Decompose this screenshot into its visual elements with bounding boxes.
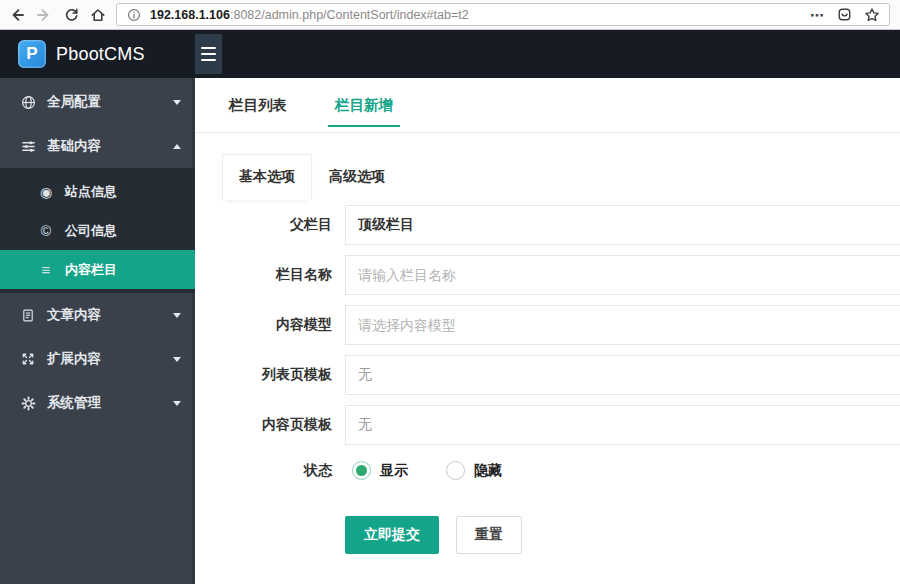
info-icon[interactable] bbox=[125, 6, 143, 24]
reload-icon[interactable] bbox=[62, 6, 80, 24]
tab-column-list[interactable]: 栏目列表 bbox=[222, 78, 294, 132]
sidebar-item-label: 全局配置 bbox=[47, 93, 101, 111]
sidebar: 全局配置 基础内容 ◉ 站点信息 © 公司信息 ≡ 内容栏目 bbox=[0, 78, 195, 584]
status-radio-group: 显示 隐藏 bbox=[345, 461, 502, 480]
form-row-column-name: 栏目名称 bbox=[195, 255, 900, 295]
sidebar-item-content-columns[interactable]: ≡ 内容栏目 bbox=[0, 250, 195, 289]
url-text: 192.168.1.106:8082/admin.php/ContentSort… bbox=[150, 8, 803, 22]
status-radio-show[interactable]: 显示 bbox=[352, 461, 408, 480]
tab-column-add[interactable]: 栏目新增 bbox=[328, 78, 400, 132]
content-template-select[interactable] bbox=[345, 405, 900, 445]
sidebar-item-basic-content[interactable]: 基础内容 bbox=[0, 124, 195, 168]
sidebar-toggle-button[interactable] bbox=[195, 34, 222, 74]
content-template-label: 内容页模板 bbox=[195, 416, 345, 434]
column-add-form: 父栏目 栏目名称 内容模型 列表页模板 内容页模板 状态 bbox=[195, 205, 900, 554]
sliders-icon bbox=[20, 139, 36, 154]
gear-icon bbox=[20, 396, 36, 411]
pbootcms-logo-icon: P bbox=[18, 40, 46, 68]
chevron-down-icon bbox=[173, 100, 181, 105]
subtab-basic-options[interactable]: 基本选项 bbox=[222, 154, 312, 200]
brand-area: P PbootCMS bbox=[0, 30, 195, 78]
form-row-parent-column: 父栏目 bbox=[195, 205, 900, 245]
radio-selected-icon bbox=[352, 461, 371, 480]
browser-toolbar: 192.168.1.106:8082/admin.php/ContentSort… bbox=[0, 0, 900, 30]
brand-name: PbootCMS bbox=[56, 44, 145, 65]
form-subtabs: 基本选项 高级选项 bbox=[222, 154, 900, 200]
subtab-advanced-options[interactable]: 高级选项 bbox=[312, 154, 402, 200]
extend-icon bbox=[20, 352, 36, 366]
sidebar-item-label: 站点信息 bbox=[65, 183, 117, 201]
reset-button[interactable]: 重置 bbox=[456, 516, 522, 554]
status-radio-hide[interactable]: 隐藏 bbox=[446, 461, 502, 480]
sidebar-item-article-content[interactable]: 文章内容 bbox=[0, 293, 195, 337]
radio-label: 显示 bbox=[380, 462, 408, 480]
status-label: 状态 bbox=[195, 462, 345, 480]
parent-column-label: 父栏目 bbox=[195, 216, 345, 234]
radio-label: 隐藏 bbox=[474, 462, 502, 480]
forward-icon[interactable] bbox=[35, 6, 53, 24]
chevron-down-icon bbox=[173, 401, 181, 406]
form-row-content-model: 内容模型 bbox=[195, 305, 900, 345]
sidebar-item-label: 扩展内容 bbox=[47, 350, 101, 368]
url-bar[interactable]: 192.168.1.106:8082/admin.php/ContentSort… bbox=[116, 3, 890, 26]
sidebar-item-site-info[interactable]: ◉ 站点信息 bbox=[0, 172, 195, 211]
globe-icon bbox=[20, 95, 36, 110]
form-actions: 立即提交 重置 bbox=[195, 516, 900, 554]
pocket-icon[interactable] bbox=[835, 6, 853, 24]
urlbar-actions: ⋯ bbox=[810, 6, 881, 24]
bookmark-star-icon[interactable] bbox=[863, 6, 881, 24]
sidebar-item-label: 内容栏目 bbox=[65, 261, 117, 279]
chevron-up-icon bbox=[173, 144, 181, 149]
chevron-down-icon bbox=[173, 313, 181, 318]
url-host: 192.168.1.106 bbox=[150, 8, 230, 22]
list-template-label: 列表页模板 bbox=[195, 366, 345, 384]
form-row-content-template: 内容页模板 bbox=[195, 405, 900, 445]
site-info-icon: ◉ bbox=[38, 185, 54, 199]
copyright-icon: © bbox=[38, 224, 54, 238]
basic-content-submenu: ◉ 站点信息 © 公司信息 ≡ 内容栏目 bbox=[0, 168, 195, 293]
form-row-list-template: 列表页模板 bbox=[195, 355, 900, 395]
content-model-select[interactable] bbox=[345, 305, 900, 345]
content-model-label: 内容模型 bbox=[195, 316, 345, 334]
page-tabs: 栏目列表 栏目新增 bbox=[195, 78, 900, 133]
sidebar-item-extended-content[interactable]: 扩展内容 bbox=[0, 337, 195, 381]
page-actions-icon[interactable]: ⋯ bbox=[810, 8, 825, 22]
column-name-input[interactable] bbox=[345, 255, 900, 295]
sidebar-item-company-info[interactable]: © 公司信息 bbox=[0, 211, 195, 250]
app-header: P PbootCMS bbox=[0, 30, 900, 78]
sidebar-item-label: 文章内容 bbox=[47, 306, 101, 324]
sidebar-item-label: 公司信息 bbox=[65, 222, 117, 240]
document-icon bbox=[20, 308, 36, 323]
column-name-label: 栏目名称 bbox=[195, 266, 345, 284]
parent-column-select[interactable] bbox=[345, 205, 900, 245]
submit-button[interactable]: 立即提交 bbox=[345, 516, 439, 554]
form-row-status: 状态 显示 隐藏 bbox=[195, 461, 900, 480]
chevron-down-icon bbox=[173, 357, 181, 362]
sidebar-item-system-management[interactable]: 系统管理 bbox=[0, 381, 195, 425]
list-icon: ≡ bbox=[38, 262, 54, 277]
radio-unselected-icon bbox=[446, 461, 465, 480]
sidebar-item-label: 基础内容 bbox=[47, 137, 101, 155]
sidebar-item-global-config[interactable]: 全局配置 bbox=[0, 80, 195, 124]
home-icon[interactable] bbox=[89, 6, 107, 24]
sidebar-item-label: 系统管理 bbox=[47, 394, 101, 412]
url-path: :8082/admin.php/ContentSort/index#tab=t2 bbox=[230, 8, 469, 22]
back-icon[interactable] bbox=[8, 6, 26, 24]
list-template-select[interactable] bbox=[345, 355, 900, 395]
main-content: 栏目列表 栏目新增 基本选项 高级选项 父栏目 栏目名称 内容模型 列表页模板 bbox=[195, 78, 900, 584]
